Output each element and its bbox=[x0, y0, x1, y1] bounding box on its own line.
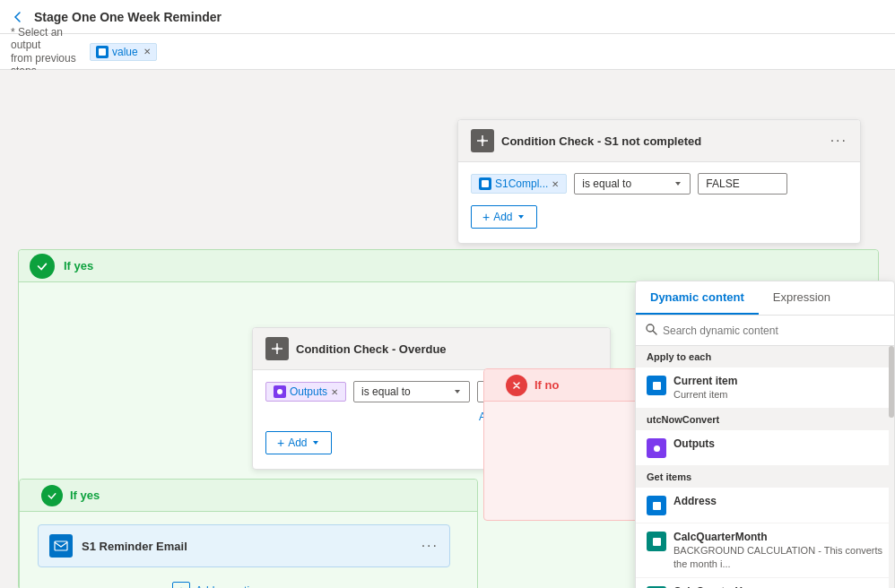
scroll-thumb[interactable] bbox=[889, 346, 894, 418]
svg-rect-8 bbox=[653, 382, 661, 390]
top-condition-operator-select[interactable]: is equal to bbox=[574, 173, 691, 195]
inner-condition-header-left: Condition Check - Overdue bbox=[265, 337, 447, 360]
top-condition-add-label: Add bbox=[493, 211, 512, 223]
dynamic-item-outputs[interactable]: Outputs bbox=[636, 430, 894, 466]
dynamic-scroll-area[interactable]: Apply to each Current item Current item … bbox=[636, 346, 894, 588]
dynamic-item-calc-quarter-month[interactable]: CalcQuarterMonth BACKGROUND CALCULATION … bbox=[636, 523, 894, 578]
sharepoint-icon bbox=[96, 46, 109, 58]
current-item-name: Current item bbox=[673, 375, 883, 387]
section-get-items: Get items bbox=[636, 466, 894, 488]
inner-if-yes-icon bbox=[41, 485, 63, 506]
if-yes-outer-strip: If yes bbox=[19, 250, 878, 282]
svg-point-3 bbox=[275, 347, 279, 350]
token-chip[interactable]: value ✕ bbox=[90, 43, 157, 61]
outputs-name: Outputs bbox=[673, 437, 883, 450]
svg-rect-0 bbox=[99, 48, 106, 56]
current-item-desc: Current item bbox=[673, 388, 883, 401]
dynamic-content-panel: Dynamic content Expression Apply to each… bbox=[635, 281, 895, 588]
svg-point-4 bbox=[277, 389, 282, 394]
svg-rect-5 bbox=[55, 541, 67, 550]
inner-if-yes-label: If yes bbox=[70, 489, 100, 502]
token-remove-button[interactable]: ✕ bbox=[143, 47, 151, 56]
address-text: Address bbox=[673, 495, 883, 508]
top-condition-value-input[interactable] bbox=[698, 173, 787, 195]
inner-condition-chip[interactable]: Outputs ✕ bbox=[265, 382, 346, 402]
inner-condition-operator-select[interactable]: is equal to bbox=[353, 381, 470, 402]
top-condition-block: Condition Check - S1 not completed ··· S… bbox=[457, 119, 861, 244]
inner-condition-add-button[interactable]: + Add bbox=[265, 431, 332, 454]
dynamic-search-bar bbox=[636, 316, 894, 346]
svg-rect-10 bbox=[653, 502, 661, 510]
inner-condition-add-label: Add bbox=[288, 437, 307, 449]
token-bar: * Select an output from previous steps v… bbox=[0, 34, 895, 70]
inner-condition-chip-icon bbox=[274, 385, 286, 398]
add-action-button[interactable]: + Add an action bbox=[172, 582, 630, 588]
top-condition-add-row: + Add bbox=[471, 202, 847, 232]
tab-expression[interactable]: Expression bbox=[759, 281, 845, 315]
email-icon bbox=[49, 534, 73, 558]
section-utcnow: utcNowConvert bbox=[636, 409, 894, 430]
top-condition-add-button[interactable]: + Add bbox=[471, 205, 537, 229]
search-icon bbox=[645, 323, 657, 338]
back-button[interactable] bbox=[11, 10, 25, 24]
top-condition-chip-label: S1Compl... bbox=[495, 177, 548, 190]
inner-condition-header: Condition Check - Overdue bbox=[253, 328, 610, 370]
add-action-label: Add an action bbox=[196, 584, 261, 588]
tab-dynamic-content[interactable]: Dynamic content bbox=[636, 281, 759, 315]
section-apply-to-each: Apply to each bbox=[636, 346, 894, 368]
inner-if-no-icon bbox=[506, 375, 527, 396]
dynamic-item-calc-quarter-year[interactable]: CalcQuarterYear BACKGROUND CALCULATION -… bbox=[636, 578, 894, 588]
top-condition-chip[interactable]: S1Compl... ✕ bbox=[471, 174, 567, 194]
inner-condition-title: Condition Check - Overdue bbox=[296, 342, 447, 356]
dynamic-panel-tabs: Dynamic content Expression bbox=[636, 281, 894, 316]
inner-condition-chip-label: Outputs bbox=[290, 385, 327, 398]
inner-condition-chip-remove[interactable]: ✕ bbox=[331, 387, 338, 397]
top-condition-header: Condition Check - S1 not completed ··· bbox=[458, 120, 860, 162]
if-yes-outer-icon bbox=[30, 254, 55, 279]
current-item-icon bbox=[647, 376, 666, 395]
search-input[interactable] bbox=[663, 324, 885, 337]
top-condition-chip-icon bbox=[479, 177, 491, 190]
token-chip-label: value bbox=[112, 46, 138, 58]
dynamic-item-address[interactable]: Address bbox=[636, 488, 894, 523]
svg-point-9 bbox=[654, 445, 660, 452]
top-condition-title: Condition Check - S1 not completed bbox=[501, 134, 701, 148]
svg-line-7 bbox=[653, 331, 656, 334]
email-block: S1 Reminder Email ··· bbox=[38, 524, 450, 567]
calc-quarter-month-text: CalcQuarterMonth BACKGROUND CALCULATION … bbox=[673, 531, 883, 570]
inner-if-no-label: If no bbox=[534, 378, 559, 392]
dynamic-item-current-item[interactable]: Current item Current item bbox=[636, 368, 894, 409]
outputs-icon bbox=[647, 438, 666, 458]
top-condition-body: S1Compl... ✕ is equal to + Add bbox=[458, 162, 860, 243]
email-label: S1 Reminder Email bbox=[82, 540, 413, 553]
svg-point-1 bbox=[481, 139, 484, 143]
calc-quarter-month-desc: BACKGROUND CALCULATION - This converts t… bbox=[673, 544, 883, 570]
top-condition-operator-label: is equal to bbox=[582, 177, 631, 190]
top-condition-menu-button[interactable]: ··· bbox=[830, 133, 847, 149]
inner-condition-icon bbox=[265, 337, 289, 360]
add-action-plus-icon: + bbox=[172, 582, 190, 588]
current-item-text: Current item Current item bbox=[673, 375, 883, 401]
address-icon bbox=[647, 496, 666, 515]
svg-rect-11 bbox=[653, 538, 661, 546]
if-yes-outer-label: If yes bbox=[64, 259, 93, 272]
svg-rect-2 bbox=[482, 180, 489, 187]
inner-if-yes-strip: If yes bbox=[20, 480, 477, 512]
inner-if-yes-panel: If yes S1 Reminder Email ··· + Add an ac… bbox=[19, 479, 478, 588]
top-condition-chip-remove[interactable]: ✕ bbox=[552, 179, 559, 189]
top-condition-header-left: Condition Check - S1 not completed bbox=[471, 129, 701, 152]
page-title: Stage One One Week Reminder bbox=[34, 10, 222, 24]
email-menu-button[interactable]: ··· bbox=[421, 538, 439, 554]
calc-quarter-month-icon bbox=[647, 532, 666, 551]
canvas: Condition Check - S1 not completed ··· S… bbox=[0, 70, 895, 588]
scroll-track bbox=[889, 346, 894, 588]
outputs-text: Outputs bbox=[673, 437, 883, 451]
top-condition-icon bbox=[471, 129, 494, 152]
inner-condition-operator-label: is equal to bbox=[361, 385, 411, 398]
address-name: Address bbox=[673, 495, 883, 507]
header: Stage One One Week Reminder bbox=[0, 0, 895, 34]
calc-quarter-month-name: CalcQuarterMonth bbox=[673, 531, 883, 543]
top-condition-row: S1Compl... ✕ is equal to bbox=[471, 173, 847, 195]
